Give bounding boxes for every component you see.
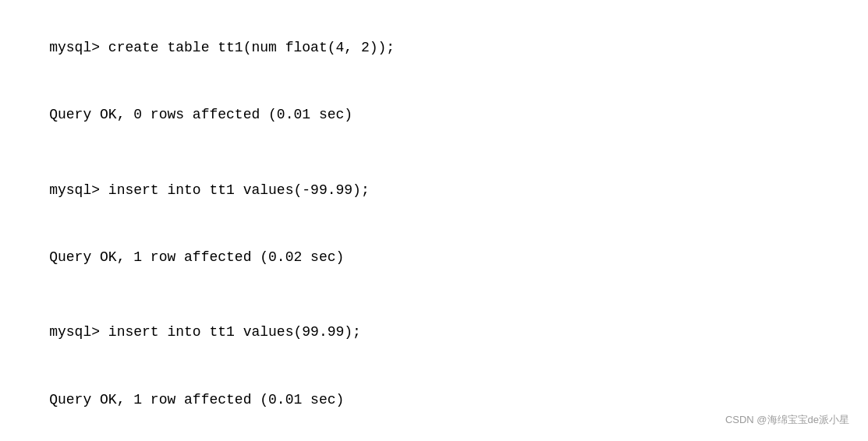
- line-1-text: mysql> create table tt1(num float(4, 2))…: [49, 40, 395, 55]
- line-5: mysql> insert into tt1 values(99.99);: [16, 299, 852, 366]
- spacer-1: [16, 149, 852, 157]
- line-5-text: mysql> insert into tt1 values(99.99);: [49, 324, 361, 340]
- spacer-3: [16, 433, 852, 441]
- watermark-text: CSDN @海绵宝宝de派小星: [725, 414, 849, 425]
- line-3-text: mysql> insert into tt1 values(-99.99);: [49, 182, 369, 198]
- spacer-2: [16, 291, 852, 299]
- line-2: Query OK, 0 rows affected (0.01 sec): [16, 81, 852, 148]
- terminal-window: mysql> create table tt1(num float(4, 2))…: [0, 0, 868, 441]
- line-4: Query OK, 1 row affected (0.02 sec): [16, 224, 852, 291]
- line-4-text: Query OK, 1 row affected (0.02 sec): [49, 249, 344, 265]
- watermark: CSDN @海绵宝宝de派小星: [725, 413, 849, 427]
- line-1: mysql> create table tt1(num float(4, 2))…: [16, 14, 852, 81]
- line-6-text: Query OK, 1 row affected (0.01 sec): [49, 392, 344, 407]
- line-3: mysql> insert into tt1 values(-99.99);: [16, 157, 852, 224]
- line-2-text: Query OK, 0 rows affected (0.01 sec): [49, 107, 353, 122]
